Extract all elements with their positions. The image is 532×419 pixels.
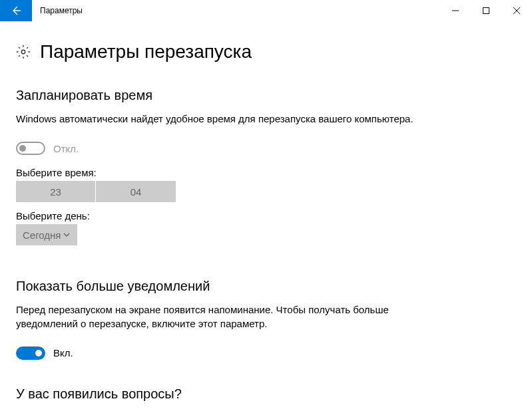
schedule-toggle-row: Откл. [16,142,516,155]
notifications-description: Перед перезапуском на экране появится на… [16,303,449,331]
day-label: Выберите день: [16,210,516,221]
notifications-toggle[interactable] [16,347,45,360]
svg-point-4 [21,50,25,54]
content-area: Параметры перезапуска Запланировать врем… [0,21,532,402]
time-minute-cell: 04 [96,181,176,202]
chevron-down-icon [63,231,71,239]
minimize-icon [452,7,459,14]
maximize-icon [483,7,489,14]
page-title: Параметры перезапуска [40,41,252,63]
toggle-knob [35,350,42,356]
time-picker: 23 04 [16,181,516,202]
window-controls [440,0,532,21]
window-title: Параметры [32,6,440,15]
day-value: Сегодня [23,229,61,241]
notifications-section: Показать больше уведомлений Перед переза… [16,279,516,360]
time-hour-cell: 23 [16,181,96,202]
day-picker: Сегодня [16,224,77,245]
schedule-description: Windows автоматически найдет удобное вре… [16,112,449,126]
minimize-button[interactable] [440,0,471,21]
notifications-heading: Показать больше уведомлений [16,279,516,294]
questions-heading: У вас появились вопросы? [16,386,516,402]
arrow-left-icon [11,5,21,16]
notifications-toggle-label: Вкл. [53,347,73,358]
title-bar: Параметры [0,0,532,21]
back-button[interactable] [0,0,32,21]
schedule-toggle [16,142,45,155]
notifications-toggle-row: Вкл. [16,347,516,360]
maximize-button[interactable] [471,0,501,21]
close-icon [513,7,520,14]
page-header: Параметры перезапуска [16,41,516,63]
close-button[interactable] [501,0,532,21]
schedule-toggle-label: Откл. [53,143,79,154]
time-label: Выберите время: [16,167,516,178]
svg-rect-1 [483,8,489,14]
schedule-heading: Запланировать время [16,88,516,103]
toggle-knob [19,145,26,152]
gear-icon [16,45,31,59]
